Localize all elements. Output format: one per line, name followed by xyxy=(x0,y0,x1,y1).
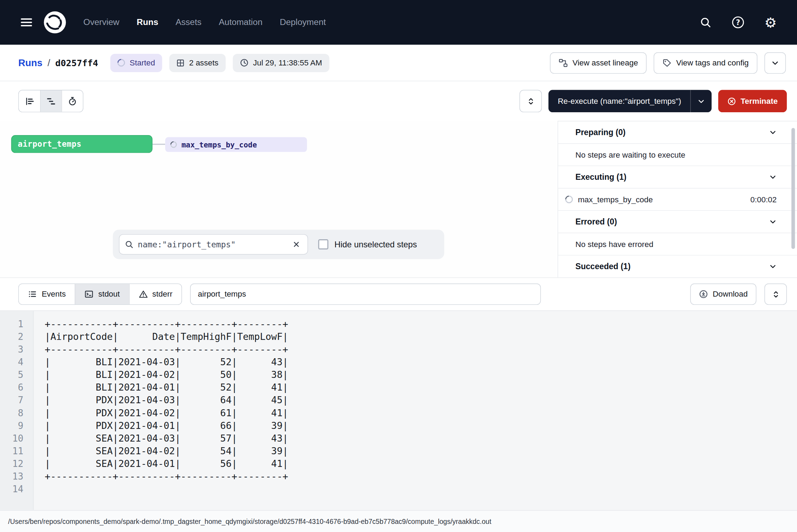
expand-vertical-icon xyxy=(771,290,780,299)
log-line-text: | SEA|2021-04-02| 54| 39| xyxy=(33,444,288,457)
gantt-waterfall-icon xyxy=(46,96,56,106)
reexecute-options-button[interactable] xyxy=(690,90,712,113)
clear-search-button[interactable] xyxy=(290,238,302,251)
steps-section-succeeded[interactable]: Succeeded (1) xyxy=(558,255,797,277)
graph-node-max-temps-by-code[interactable]: max_temps_by_code xyxy=(165,137,307,152)
help-button[interactable]: ? xyxy=(727,11,749,34)
view-mode-timer-button[interactable] xyxy=(62,90,83,112)
log-lines: 1+-----------+----------+---------+-----… xyxy=(0,311,797,495)
log-line: 2|AirportCode| Date|TempHighF|TempLowF| xyxy=(0,330,797,343)
breadcrumb: Runs / d0257ff4 xyxy=(18,57,98,68)
nav-item-automation[interactable]: Automation xyxy=(219,17,262,27)
view-tags-config-button[interactable]: View tags and config xyxy=(654,52,757,74)
lineage-icon xyxy=(559,58,568,67)
warning-icon xyxy=(139,290,148,299)
log-line-number: 2 xyxy=(0,330,33,343)
empty-message: No steps are waiting to execute xyxy=(575,150,685,159)
log-line-number: 13 xyxy=(0,470,33,483)
nav-item-assets[interactable]: Assets xyxy=(176,17,202,27)
steps-preparing-empty: No steps are waiting to execute xyxy=(558,144,797,166)
terminate-label: Terminate xyxy=(741,96,778,106)
log-line: 12| SEA|2021-04-01| 56| 41| xyxy=(0,457,797,470)
log-line: 9| PDX|2021-04-01| 66| 39| xyxy=(0,419,797,432)
download-button[interactable]: Download xyxy=(690,284,757,305)
hide-unselected-group: Hide unselected steps xyxy=(318,239,417,249)
list-icon xyxy=(28,290,37,299)
log-line-text: | PDX|2021-04-03| 64| 45| xyxy=(33,394,288,406)
tab-stderr[interactable]: stderr xyxy=(129,284,182,304)
steps-section-errored[interactable]: Errored (0) xyxy=(558,211,797,233)
log-output-area[interactable]: 1+-----------+----------+---------+-----… xyxy=(0,310,797,510)
run-id: d0257ff4 xyxy=(55,58,98,68)
run-toolbar: Re-execute (name:"airport_temps") Termin… xyxy=(0,81,797,121)
dagster-app: Overview Runs Assets Automation Deployme… xyxy=(0,0,797,532)
log-line-text: +-----------+----------+---------+------… xyxy=(33,470,288,483)
download-label: Download xyxy=(713,290,748,299)
log-step-filter-input[interactable] xyxy=(190,284,541,305)
log-line-text xyxy=(33,483,45,495)
view-mode-group xyxy=(18,90,83,113)
settings-button[interactable]: ⚙ xyxy=(759,11,782,34)
tab-stdout[interactable]: stdout xyxy=(75,284,129,304)
log-line-number: 7 xyxy=(0,394,33,406)
search-button[interactable] xyxy=(694,11,717,34)
empty-message: No steps have errored xyxy=(575,240,653,249)
graph-node-airport-temps[interactable]: airport_temps xyxy=(11,135,152,153)
stopwatch-icon xyxy=(68,96,77,106)
scrollbar-thumb[interactable] xyxy=(791,128,795,249)
gantt-graph-canvas[interactable]: airport_temps max_temps_by_code xyxy=(0,121,558,278)
step-search-input[interactable] xyxy=(138,240,286,249)
nav-item-runs[interactable]: Runs xyxy=(137,17,158,27)
run-header: Runs / d0257ff4 Started 2 assets Jul 29,… xyxy=(0,45,797,81)
chevron-down-icon xyxy=(771,59,779,67)
log-line: 10| SEA|2021-04-03| 57| 43| xyxy=(0,432,797,444)
log-line: 13+-----------+----------+---------+----… xyxy=(0,470,797,483)
breadcrumb-runs-link[interactable]: Runs xyxy=(18,57,43,68)
log-path-status-bar: /Users/ben/repos/components_demo/spark-d… xyxy=(0,510,797,532)
clock-icon xyxy=(240,58,249,67)
run-status-label: Started xyxy=(130,58,155,67)
timestamp-label: Jul 29, 11:38:55 AM xyxy=(253,58,322,67)
hide-unselected-checkbox[interactable] xyxy=(318,239,328,249)
close-icon xyxy=(292,240,300,248)
gear-icon: ⚙ xyxy=(764,15,777,29)
view-mode-flat-button[interactable] xyxy=(19,90,40,112)
terminate-button[interactable]: Terminate xyxy=(718,90,787,113)
terminal-icon xyxy=(84,290,94,299)
spinner-icon xyxy=(169,140,178,150)
nav-item-deployment[interactable]: Deployment xyxy=(280,17,326,27)
steps-section-preparing[interactable]: Preparing (0) xyxy=(558,121,797,144)
log-line-text: | PDX|2021-04-02| 61| 41| xyxy=(33,406,288,419)
log-line: 6| BLI|2021-04-01| 52| 41| xyxy=(0,381,797,394)
executing-step-row[interactable]: max_temps_by_code 0:00:02 xyxy=(558,189,797,211)
reexecute-button[interactable]: Re-execute (name:"airport_temps") xyxy=(548,90,690,113)
chevron-down-icon xyxy=(697,97,705,105)
log-file-path: /Users/ben/repos/components_demo/spark-d… xyxy=(8,518,491,525)
view-mode-waterfall-button[interactable] xyxy=(40,90,62,112)
hide-unselected-label: Hide unselected steps xyxy=(334,240,417,249)
expand-vertical-icon xyxy=(527,97,535,106)
log-line-text: +-----------+----------+---------+------… xyxy=(33,317,288,330)
tab-events[interactable]: Events xyxy=(19,284,75,304)
dagster-logo[interactable] xyxy=(42,9,68,36)
download-icon xyxy=(699,290,708,299)
hamburger-menu-button[interactable] xyxy=(15,11,38,34)
log-type-tabs: Events stdout stderr xyxy=(18,284,182,305)
node-label: airport_temps xyxy=(18,139,82,148)
nav-item-overview[interactable]: Overview xyxy=(83,17,119,27)
log-line-number: 6 xyxy=(0,381,33,394)
tab-label: Events xyxy=(42,290,65,299)
zoom-fit-button[interactable] xyxy=(520,90,542,113)
run-more-actions-button[interactable] xyxy=(765,52,786,74)
node-label: max_temps_by_code xyxy=(181,140,257,148)
log-line: 4| BLI|2021-04-03| 52| 43| xyxy=(0,356,797,368)
gantt-flat-icon xyxy=(25,96,34,106)
assets-count-badge: 2 assets xyxy=(169,53,226,72)
log-line: 11| SEA|2021-04-02| 54| 39| xyxy=(0,444,797,457)
section-title: Succeeded (1) xyxy=(575,262,630,271)
steps-section-executing[interactable]: Executing (1) xyxy=(558,166,797,189)
expand-log-panel-button[interactable] xyxy=(765,284,787,305)
log-line-number: 8 xyxy=(0,406,33,419)
view-asset-lineage-button[interactable]: View asset lineage xyxy=(550,52,647,74)
spinner-icon xyxy=(564,194,575,205)
